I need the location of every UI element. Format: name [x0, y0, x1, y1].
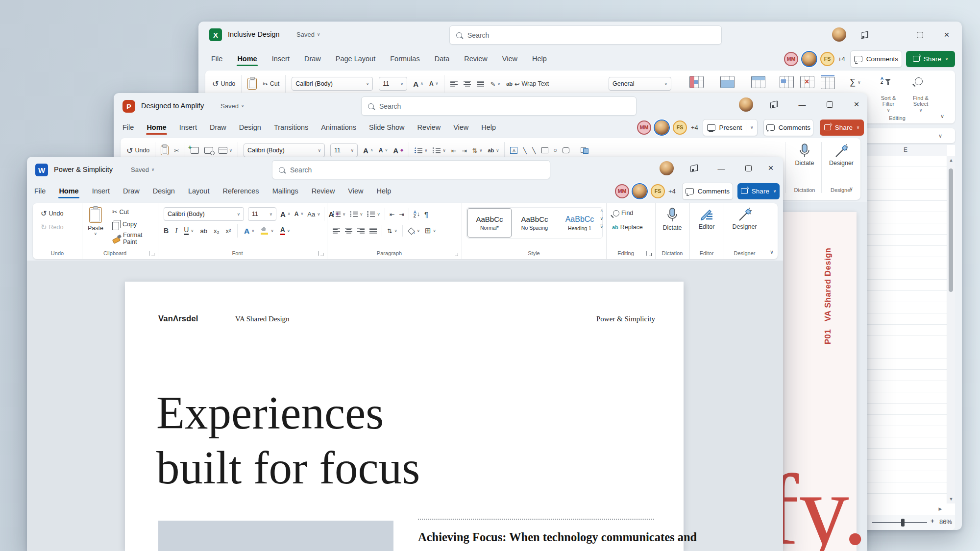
word-search-input[interactable]	[289, 166, 529, 174]
close-button[interactable]: ×	[762, 161, 780, 175]
ppt-menu-animations[interactable]: Animations	[320, 120, 357, 135]
grow-font-button[interactable]: A∧	[280, 211, 291, 218]
bold-button[interactable]: B	[164, 227, 169, 235]
borders-button[interactable]: ⊞∨	[425, 226, 436, 235]
ppt-menu-view[interactable]: View	[452, 120, 469, 135]
ribbon-collapse-icon[interactable]: ∨	[770, 249, 774, 255]
line-spacing-button[interactable]: ⇅∨	[387, 227, 397, 235]
doc-image-placeholder[interactable]	[158, 521, 393, 551]
paste-clipboard-icon[interactable]	[161, 145, 169, 155]
collab-badge-mm[interactable]: MM	[637, 120, 651, 135]
word-menu-mailings[interactable]: Mailings	[271, 184, 299, 198]
font-color-button[interactable]: A∨	[280, 226, 290, 235]
insert-cells-icon[interactable]	[780, 76, 794, 88]
collab-badge-mm[interactable]: MM	[784, 52, 798, 66]
decrease-indent-icon[interactable]: ⇤	[451, 147, 456, 154]
collab-avatar-photo[interactable]	[633, 184, 647, 198]
gallery-expand-icon[interactable]: ∨	[600, 224, 603, 229]
text-effects-button[interactable]: A∨	[244, 227, 254, 235]
underline-button[interactable]: U∨	[184, 226, 194, 235]
increase-indent-icon[interactable]: ⇥	[462, 147, 466, 154]
style-no-spacing[interactable]: AaBbCc No Spacing	[513, 208, 557, 238]
line-shape-icon[interactable]: ╲	[523, 147, 527, 154]
numbering-button[interactable]: ∨	[350, 211, 363, 217]
maximize-button[interactable]	[911, 27, 929, 42]
font-name-combo[interactable]: Calibri (Body) ∨	[244, 144, 325, 157]
italic-button[interactable]: I	[175, 227, 177, 235]
find-button[interactable]: Find	[613, 210, 633, 216]
align-middle-icon[interactable]	[464, 81, 471, 87]
word-menu-review[interactable]: Review	[311, 184, 336, 198]
change-case-button[interactable]: Aa∨	[307, 211, 320, 218]
zoom-slider-handle[interactable]	[901, 519, 905, 527]
align-top-icon[interactable]	[450, 81, 458, 87]
ppt-menu-slide-show[interactable]: Slide Show	[368, 120, 406, 135]
ppt-designer-button[interactable]: Designer	[825, 143, 858, 167]
ppt-menu-transitions[interactable]: Transitions	[273, 120, 309, 135]
dictate-button[interactable]: Dictate	[655, 203, 689, 231]
excel-search-box[interactable]	[449, 25, 722, 45]
numbering-button[interactable]: ∨	[433, 147, 445, 153]
number-format-combo[interactable]: General ∨	[609, 77, 671, 91]
clear-formatting-button[interactable]: A◆	[393, 147, 403, 154]
column-header-e[interactable]: E	[904, 146, 907, 153]
increase-indent-icon[interactable]: ⇥	[399, 211, 404, 218]
text-direction-button[interactable]: ab∨	[488, 147, 499, 153]
powerpoint-saved-status[interactable]: Saved ∨	[220, 102, 244, 110]
cut-button[interactable]: ✂ Cut	[112, 208, 129, 216]
cell-styles-icon[interactable]	[751, 76, 765, 88]
excel-menu-draw[interactable]: Draw	[303, 51, 322, 66]
undo-button[interactable]: ↺ Undo	[212, 79, 235, 89]
word-menu-help[interactable]: Help	[376, 184, 392, 198]
excel-menu-file[interactable]: File	[210, 51, 223, 66]
scroll-up-icon[interactable]: ▲	[947, 158, 955, 163]
sort-button[interactable]: AZ ↓	[414, 210, 420, 218]
collab-avatar-photo[interactable]	[802, 52, 816, 66]
sort-filter-label[interactable]: Sort &Filter ∨	[873, 95, 904, 113]
shading-button[interactable]: ∨	[408, 227, 420, 234]
excel-menu-help[interactable]: Help	[531, 51, 548, 66]
autosum-button[interactable]: ∑ ∨	[850, 77, 860, 87]
excel-menu-review[interactable]: Review	[463, 51, 489, 66]
format-cells-icon[interactable]	[821, 77, 835, 89]
word-saved-status[interactable]: Saved ∨	[131, 166, 154, 173]
undo-button[interactable]: ↺ Undo	[41, 209, 63, 218]
ppt-menu-home[interactable]: Home	[146, 120, 167, 135]
word-page[interactable]: VanΛrsdel VA Shared Design Power & Simpl…	[125, 282, 684, 551]
feedback-megaphone-icon[interactable]	[686, 161, 703, 175]
shrink-font-button[interactable]: A∨	[429, 81, 439, 87]
zoom-in-button[interactable]: +	[931, 517, 934, 525]
copy-button[interactable]: Copy	[112, 220, 137, 228]
collab-more-count[interactable]: +4	[838, 55, 845, 63]
share-button[interactable]: Share ∨	[737, 183, 780, 199]
highlight-button[interactable]: ∨	[261, 227, 273, 235]
word-search-box[interactable]	[272, 160, 550, 179]
sort-filter-icon[interactable]: AZ	[881, 76, 891, 84]
powerpoint-search-input[interactable]	[378, 102, 616, 111]
zoom-slider-track[interactable]	[872, 522, 927, 523]
comments-button[interactable]: Comments	[682, 183, 733, 200]
grow-font-button[interactable]: A∧	[413, 80, 423, 88]
word-menu-file[interactable]: File	[33, 184, 47, 198]
undo-button[interactable]: ↺ Undo	[126, 146, 149, 155]
collab-avatar-photo[interactable]	[655, 120, 669, 135]
collab-more-count[interactable]: +4	[691, 124, 698, 131]
format-painter-button[interactable]: Format Paint	[112, 232, 158, 245]
gallery-up-icon[interactable]: ∧	[600, 208, 603, 213]
text-box-icon[interactable]: A	[510, 147, 517, 154]
editing-dialog-launcher[interactable]	[646, 251, 651, 256]
align-bottom-icon[interactable]	[477, 81, 484, 87]
word-menu-design[interactable]: Design	[152, 184, 176, 198]
line-spacing-button[interactable]: ⇅∨	[472, 147, 483, 154]
designer-button[interactable]: Designer	[724, 203, 765, 230]
arrange-icon[interactable]	[581, 147, 588, 154]
font-size-combo[interactable]: 11 ∨	[379, 77, 407, 91]
excel-menu-view[interactable]: View	[501, 51, 518, 66]
feedback-megaphone-icon[interactable]	[765, 97, 783, 112]
collab-badge-fs[interactable]: FS	[673, 120, 687, 135]
word-user-avatar[interactable]	[660, 161, 674, 175]
excel-search-input[interactable]	[466, 31, 701, 40]
ppt-menu-help[interactable]: Help	[480, 120, 497, 135]
vertical-scroll-thumb[interactable]	[949, 168, 953, 292]
rectangle-shape-icon[interactable]	[541, 147, 548, 153]
